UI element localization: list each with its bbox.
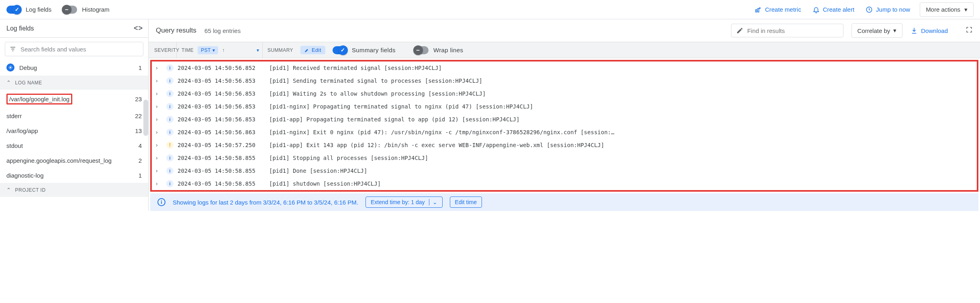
facet-item-count: 1 (139, 172, 142, 179)
expand-row-icon[interactable]: › (155, 90, 164, 97)
facet-item-label: /var/log/google_init.log (6, 94, 72, 104)
svg-rect-1 (757, 8, 759, 12)
facet-logname-item[interactable]: appengine.googleapis.com/request_log2 (0, 153, 148, 168)
histogram-toggle[interactable] (63, 6, 77, 14)
info-icon: i (157, 198, 165, 206)
find-in-results[interactable] (731, 24, 843, 37)
extend-time-dropdown-icon[interactable]: ⌄ (429, 199, 437, 205)
wrap-lines-toggle[interactable] (414, 46, 429, 54)
facet-item-label: stderr (6, 113, 22, 119)
create-alert-label: Create alert (823, 6, 854, 13)
download-label: Download (921, 27, 948, 34)
facet-logname-item[interactable]: stdout4 (0, 138, 148, 153)
log-fields-sidebar: Log fields < > Debug 1 ⌃ LOG NAME /var/l… (0, 19, 149, 211)
log-message: [pid1] Done [session:HPJ4CLJ] (265, 168, 974, 174)
expand-row-icon[interactable]: › (155, 116, 164, 123)
expand-row-icon[interactable]: › (155, 78, 164, 84)
wrap-lines-toggle-group: Wrap lines (414, 46, 463, 54)
expand-row-icon[interactable]: › (155, 129, 164, 135)
expand-row-icon[interactable]: › (155, 65, 164, 71)
timezone-chip[interactable]: PST ▾ (198, 46, 218, 54)
edit-summary-chip[interactable]: Edit (300, 46, 325, 54)
log-timestamp: 2024-03-05 14:50:56.853 (176, 116, 265, 123)
log-fields-toggle[interactable] (6, 6, 21, 14)
histogram-toggle-group: Histogram (63, 6, 109, 14)
log-row[interactable]: ›i2024-03-05 14:50:58.855[pid1] Done [se… (152, 164, 977, 177)
expand-row-icon[interactable]: › (155, 168, 164, 174)
log-row[interactable]: ›i2024-03-05 14:50:58.855[pid1] Stopping… (152, 152, 977, 164)
log-row[interactable]: ›i2024-03-05 14:50:58.855[pid1] shutdown… (152, 177, 977, 190)
facet-debug[interactable]: Debug 1 (0, 59, 148, 76)
group-projectid-label: PROJECT ID (15, 187, 46, 193)
log-timestamp: 2024-03-05 14:50:56.863 (176, 129, 265, 135)
log-row[interactable]: ›i2024-03-05 14:50:56.853[pid1-nginx] Pr… (152, 100, 977, 113)
caret-down-icon: ▾ (964, 6, 968, 13)
log-row[interactable]: ›i2024-03-05 14:50:56.852[pid1] Received… (152, 61, 977, 74)
more-actions-button[interactable]: More actions ▾ (920, 2, 974, 17)
top-toolbar: Log fields Histogram Create metric Creat… (0, 0, 980, 19)
svg-rect-0 (755, 10, 757, 12)
jump-to-now-label: Jump to now (876, 6, 910, 13)
log-row[interactable]: ›i2024-03-05 14:50:56.853[pid1] Sending … (152, 74, 977, 87)
find-in-results-input[interactable] (747, 27, 838, 34)
facet-item-count: 22 (135, 113, 142, 119)
severity-icon: i (164, 116, 176, 123)
facet-item-label: appengine.googleapis.com/request_log (6, 157, 112, 164)
group-header-logname[interactable]: ⌃ LOG NAME (0, 76, 148, 90)
fullscreen-icon[interactable] (966, 26, 973, 35)
severity-icon: i (164, 64, 176, 72)
severity-icon: i (164, 154, 176, 162)
edit-time-button[interactable]: Edit time (450, 197, 482, 208)
facet-logname-item[interactable]: diagnostic-log1 (0, 168, 148, 183)
log-message: [pid1-app] Propagating terminated signal… (265, 116, 974, 123)
log-rows-highlighted-zone: ›i2024-03-05 14:50:56.852[pid1] Received… (150, 60, 978, 192)
log-timestamp: 2024-03-05 14:50:56.853 (176, 78, 265, 84)
create-alert-link[interactable]: Create alert (813, 6, 854, 13)
sidebar-header: Log fields < > (0, 19, 148, 38)
facet-item-count: 4 (139, 142, 142, 149)
sort-ascending-icon[interactable]: ↑ (222, 47, 225, 53)
log-row[interactable]: ›i2024-03-05 14:50:56.863[pid1-nginx] Ex… (152, 126, 977, 139)
create-metric-icon (755, 6, 762, 13)
debug-icon (6, 63, 14, 72)
log-timestamp: 2024-03-05 14:50:58.855 (176, 155, 265, 161)
pencil-icon (736, 27, 743, 34)
time-col-menu-icon[interactable]: ▾ (257, 47, 259, 53)
col-summary: SUMMARY Edit Summary fields Wrap lines (263, 46, 977, 54)
log-row[interactable]: ›i2024-03-05 14:50:56.853[pid1-app] Prop… (152, 113, 977, 126)
bell-icon (813, 6, 820, 13)
collapse-sidebar-icon[interactable]: < > (134, 24, 142, 33)
jump-to-now-link[interactable]: Jump to now (866, 6, 910, 13)
severity-icon: i (164, 103, 176, 110)
group-header-projectid[interactable]: ⌃ PROJECT ID (0, 183, 148, 197)
log-message: [pid1] shutdown [session:HPJ4CLJ] (265, 180, 974, 187)
facet-item-label: stdout (6, 142, 23, 149)
facet-logname-item[interactable]: /var/log/google_init.log23 (0, 90, 148, 109)
facet-logname-item[interactable]: /var/log/app13 (0, 123, 148, 138)
summary-fields-toggle[interactable] (333, 46, 347, 54)
log-row[interactable]: ›!2024-03-05 14:50:57.250[pid1-app] Exit… (152, 139, 977, 152)
log-message: [pid1] Waiting 2s to allow shutdown proc… (265, 90, 974, 97)
col-severity[interactable]: SEVERITY (152, 42, 177, 58)
sidebar-search-input[interactable] (20, 46, 139, 53)
expand-row-icon[interactable]: › (155, 103, 164, 110)
clock-icon (866, 6, 873, 13)
expand-row-icon[interactable]: › (155, 142, 164, 148)
expand-row-icon[interactable]: › (155, 155, 164, 161)
col-time[interactable]: TIME PST ▾ ↑ ▾ (177, 42, 263, 58)
expand-row-icon[interactable]: › (155, 180, 164, 187)
log-row[interactable]: ›i2024-03-05 14:50:56.853[pid1] Waiting … (152, 87, 977, 100)
summary-fields-label: Summary fields (352, 47, 396, 53)
create-metric-link[interactable]: Create metric (755, 6, 801, 13)
severity-icon: i (164, 77, 176, 84)
extend-time-button[interactable]: Extend time by: 1 day ⌄ (365, 197, 443, 208)
facet-logname-item[interactable]: stderr22 (0, 109, 148, 123)
download-link[interactable]: Download (911, 27, 948, 34)
log-timestamp: 2024-03-05 14:50:58.855 (176, 180, 265, 187)
correlate-by-button[interactable]: Correlate by ▾ (851, 23, 903, 38)
sidebar-scrollbar[interactable] (143, 100, 148, 136)
facet-item-count: 13 (135, 127, 142, 134)
results-count: 65 log entries (204, 27, 241, 34)
sidebar-search[interactable] (5, 42, 143, 56)
facet-item-label: /var/log/app (6, 127, 38, 134)
